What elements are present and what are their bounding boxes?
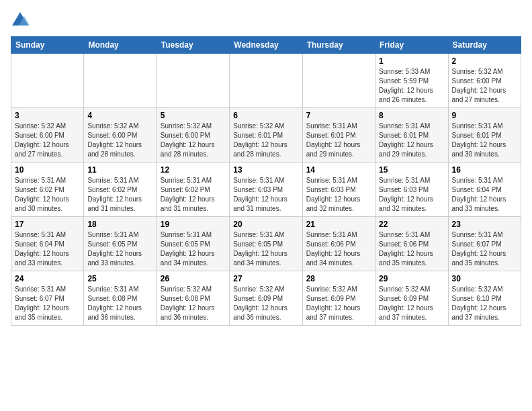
calendar-table: SundayMondayTuesdayWednesdayThursdayFrid… bbox=[11, 36, 521, 326]
page-header bbox=[11, 11, 521, 30]
day-info: Sunrise: 5:31 AM Sunset: 6:02 PM Dayligh… bbox=[161, 176, 226, 214]
day-number: 26 bbox=[161, 274, 226, 283]
calendar-cell: 11Sunrise: 5:31 AM Sunset: 6:02 PM Dayli… bbox=[84, 163, 157, 217]
day-number: 12 bbox=[161, 165, 226, 175]
calendar-row-1: 1Sunrise: 5:33 AM Sunset: 5:59 PM Daylig… bbox=[11, 54, 521, 108]
day-number: 22 bbox=[379, 220, 444, 229]
day-info: Sunrise: 5:32 AM Sunset: 6:09 PM Dayligh… bbox=[306, 285, 371, 322]
calendar-cell: 14Sunrise: 5:31 AM Sunset: 6:03 PM Dayli… bbox=[302, 163, 375, 217]
calendar-cell bbox=[302, 54, 375, 108]
weekday-header-friday: Friday bbox=[375, 37, 448, 54]
calendar-cell: 1Sunrise: 5:33 AM Sunset: 5:59 PM Daylig… bbox=[375, 54, 448, 108]
day-number: 18 bbox=[87, 220, 152, 229]
day-info: Sunrise: 5:31 AM Sunset: 6:03 PM Dayligh… bbox=[379, 176, 444, 214]
day-info: Sunrise: 5:31 AM Sunset: 6:02 PM Dayligh… bbox=[87, 176, 152, 214]
calendar-cell: 15Sunrise: 5:31 AM Sunset: 6:03 PM Dayli… bbox=[375, 163, 448, 217]
calendar-cell: 19Sunrise: 5:31 AM Sunset: 6:05 PM Dayli… bbox=[157, 217, 229, 271]
day-info: Sunrise: 5:32 AM Sunset: 6:10 PM Dayligh… bbox=[452, 285, 517, 322]
day-info: Sunrise: 5:32 AM Sunset: 6:09 PM Dayligh… bbox=[379, 285, 444, 322]
day-info: Sunrise: 5:31 AM Sunset: 6:03 PM Dayligh… bbox=[306, 176, 371, 214]
calendar-cell: 25Sunrise: 5:31 AM Sunset: 6:08 PM Dayli… bbox=[84, 271, 157, 326]
calendar-cell: 12Sunrise: 5:31 AM Sunset: 6:02 PM Dayli… bbox=[157, 163, 229, 217]
calendar-header-row: SundayMondayTuesdayWednesdayThursdayFrid… bbox=[11, 37, 521, 54]
calendar-cell: 24Sunrise: 5:31 AM Sunset: 6:07 PM Dayli… bbox=[11, 271, 84, 326]
calendar-cell: 13Sunrise: 5:31 AM Sunset: 6:03 PM Dayli… bbox=[230, 163, 302, 217]
day-number: 14 bbox=[306, 165, 371, 175]
calendar-cell: 8Sunrise: 5:31 AM Sunset: 6:01 PM Daylig… bbox=[375, 108, 448, 163]
calendar-cell: 3Sunrise: 5:32 AM Sunset: 6:00 PM Daylig… bbox=[11, 108, 84, 163]
day-info: Sunrise: 5:31 AM Sunset: 6:05 PM Dayligh… bbox=[233, 230, 298, 268]
day-info: Sunrise: 5:31 AM Sunset: 6:08 PM Dayligh… bbox=[87, 285, 152, 322]
logo bbox=[11, 11, 32, 30]
calendar-cell: 17Sunrise: 5:31 AM Sunset: 6:04 PM Dayli… bbox=[11, 217, 84, 271]
calendar-row-3: 10Sunrise: 5:31 AM Sunset: 6:02 PM Dayli… bbox=[11, 163, 521, 217]
day-number: 3 bbox=[15, 111, 80, 120]
day-number: 1 bbox=[379, 56, 444, 66]
day-info: Sunrise: 5:32 AM Sunset: 6:00 PM Dayligh… bbox=[161, 122, 226, 159]
calendar-cell: 26Sunrise: 5:32 AM Sunset: 6:08 PM Dayli… bbox=[157, 271, 229, 326]
calendar-cell bbox=[230, 54, 302, 108]
calendar-cell: 23Sunrise: 5:31 AM Sunset: 6:07 PM Dayli… bbox=[448, 217, 521, 271]
day-number: 8 bbox=[379, 111, 444, 120]
day-number: 13 bbox=[233, 165, 298, 175]
day-info: Sunrise: 5:31 AM Sunset: 6:06 PM Dayligh… bbox=[379, 230, 444, 268]
day-number: 30 bbox=[452, 274, 517, 283]
calendar-cell: 6Sunrise: 5:32 AM Sunset: 6:01 PM Daylig… bbox=[230, 108, 302, 163]
calendar-cell: 4Sunrise: 5:32 AM Sunset: 6:00 PM Daylig… bbox=[84, 108, 157, 163]
calendar-cell: 16Sunrise: 5:31 AM Sunset: 6:04 PM Dayli… bbox=[448, 163, 521, 217]
day-info: Sunrise: 5:31 AM Sunset: 6:01 PM Dayligh… bbox=[379, 122, 444, 159]
day-info: Sunrise: 5:31 AM Sunset: 6:05 PM Dayligh… bbox=[87, 230, 152, 268]
weekday-header-tuesday: Tuesday bbox=[157, 37, 229, 54]
calendar-cell bbox=[84, 54, 157, 108]
day-number: 25 bbox=[87, 274, 152, 283]
day-info: Sunrise: 5:31 AM Sunset: 6:01 PM Dayligh… bbox=[452, 122, 517, 159]
calendar-row-5: 24Sunrise: 5:31 AM Sunset: 6:07 PM Dayli… bbox=[11, 271, 521, 326]
weekday-header-sunday: Sunday bbox=[11, 37, 84, 54]
calendar-row-2: 3Sunrise: 5:32 AM Sunset: 6:00 PM Daylig… bbox=[11, 108, 521, 163]
day-info: Sunrise: 5:33 AM Sunset: 5:59 PM Dayligh… bbox=[379, 67, 444, 105]
day-number: 24 bbox=[15, 274, 80, 283]
calendar-cell: 10Sunrise: 5:31 AM Sunset: 6:02 PM Dayli… bbox=[11, 163, 84, 217]
day-info: Sunrise: 5:31 AM Sunset: 6:03 PM Dayligh… bbox=[233, 176, 298, 214]
day-info: Sunrise: 5:31 AM Sunset: 6:04 PM Dayligh… bbox=[452, 176, 517, 214]
day-number: 10 bbox=[15, 165, 80, 175]
weekday-header-wednesday: Wednesday bbox=[230, 37, 302, 54]
calendar-cell: 22Sunrise: 5:31 AM Sunset: 6:06 PM Dayli… bbox=[375, 217, 448, 271]
weekday-header-thursday: Thursday bbox=[302, 37, 375, 54]
calendar-cell: 9Sunrise: 5:31 AM Sunset: 6:01 PM Daylig… bbox=[448, 108, 521, 163]
day-info: Sunrise: 5:31 AM Sunset: 6:05 PM Dayligh… bbox=[161, 230, 226, 268]
day-number: 2 bbox=[452, 56, 517, 66]
day-number: 17 bbox=[15, 220, 80, 229]
calendar-cell: 5Sunrise: 5:32 AM Sunset: 6:00 PM Daylig… bbox=[157, 108, 229, 163]
day-number: 20 bbox=[233, 220, 298, 229]
day-info: Sunrise: 5:32 AM Sunset: 6:08 PM Dayligh… bbox=[161, 285, 226, 322]
day-number: 15 bbox=[379, 165, 444, 175]
day-info: Sunrise: 5:32 AM Sunset: 6:00 PM Dayligh… bbox=[452, 67, 517, 105]
day-info: Sunrise: 5:32 AM Sunset: 6:00 PM Dayligh… bbox=[87, 122, 152, 159]
weekday-header-monday: Monday bbox=[84, 37, 157, 54]
calendar-cell bbox=[11, 54, 84, 108]
day-info: Sunrise: 5:31 AM Sunset: 6:01 PM Dayligh… bbox=[306, 122, 371, 159]
day-number: 27 bbox=[233, 274, 298, 283]
day-number: 6 bbox=[233, 111, 298, 120]
calendar-cell bbox=[157, 54, 229, 108]
calendar-cell: 20Sunrise: 5:31 AM Sunset: 6:05 PM Dayli… bbox=[230, 217, 302, 271]
day-info: Sunrise: 5:31 AM Sunset: 6:07 PM Dayligh… bbox=[452, 230, 517, 268]
calendar-cell: 7Sunrise: 5:31 AM Sunset: 6:01 PM Daylig… bbox=[302, 108, 375, 163]
day-number: 29 bbox=[379, 274, 444, 283]
day-info: Sunrise: 5:31 AM Sunset: 6:06 PM Dayligh… bbox=[306, 230, 371, 268]
day-number: 7 bbox=[306, 111, 371, 120]
day-number: 28 bbox=[306, 274, 371, 283]
calendar-cell: 27Sunrise: 5:32 AM Sunset: 6:09 PM Dayli… bbox=[230, 271, 302, 326]
day-number: 5 bbox=[161, 111, 226, 120]
day-number: 23 bbox=[452, 220, 517, 229]
weekday-header-saturday: Saturday bbox=[448, 37, 521, 54]
calendar-cell: 18Sunrise: 5:31 AM Sunset: 6:05 PM Dayli… bbox=[84, 217, 157, 271]
day-info: Sunrise: 5:31 AM Sunset: 6:04 PM Dayligh… bbox=[15, 230, 80, 268]
day-number: 16 bbox=[452, 165, 517, 175]
calendar-cell: 21Sunrise: 5:31 AM Sunset: 6:06 PM Dayli… bbox=[302, 217, 375, 271]
day-info: Sunrise: 5:31 AM Sunset: 6:07 PM Dayligh… bbox=[15, 285, 80, 322]
calendar-cell: 29Sunrise: 5:32 AM Sunset: 6:09 PM Dayli… bbox=[375, 271, 448, 326]
day-number: 4 bbox=[87, 111, 152, 120]
logo-icon bbox=[11, 11, 30, 30]
